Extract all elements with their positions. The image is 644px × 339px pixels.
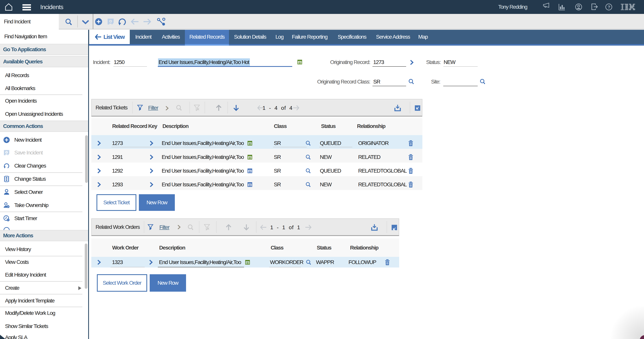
svg-text:?: ? <box>608 5 610 9</box>
